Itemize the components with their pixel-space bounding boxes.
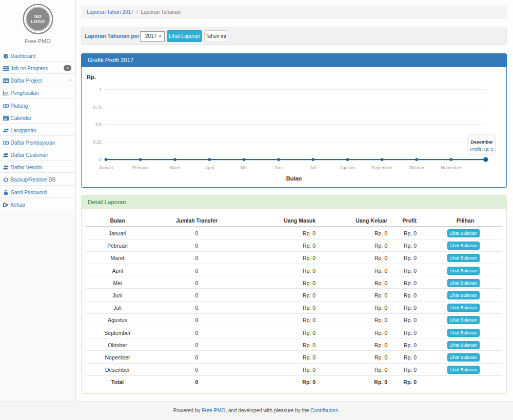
svg-text:Juni: Juni (274, 165, 283, 170)
svg-text:Juli: Juli (310, 165, 317, 170)
svg-text:Bulan: Bulan (286, 175, 302, 182)
svg-text:Nopember: Nopember (441, 165, 462, 170)
svg-text:Mei: Mei (241, 165, 248, 170)
svg-text:NO: NO (34, 14, 42, 19)
svg-text:Desember: Desember (470, 139, 493, 145)
svg-text:April: April (205, 165, 214, 170)
svg-text:Profit Rp: 0: Profit Rp: 0 (470, 147, 493, 152)
svg-text:1: 1 (99, 87, 102, 92)
svg-text:0.5: 0.5 (95, 122, 102, 127)
svg-text:0: 0 (99, 157, 102, 162)
svg-text:Januari: Januari (98, 165, 113, 170)
svg-text:Rp.: Rp. (87, 74, 96, 80)
svg-text:Maret: Maret (169, 165, 181, 170)
svg-text:LOGO: LOGO (31, 19, 45, 24)
svg-text:Oktober: Oktober (409, 165, 424, 170)
svg-text:September: September (371, 165, 393, 170)
svg-text:Agustus: Agustus (340, 165, 356, 170)
svg-text:0.75: 0.75 (93, 105, 102, 110)
svg-text:0.25: 0.25 (93, 139, 102, 145)
svg-text:Pebruari: Pebruari (132, 165, 149, 170)
